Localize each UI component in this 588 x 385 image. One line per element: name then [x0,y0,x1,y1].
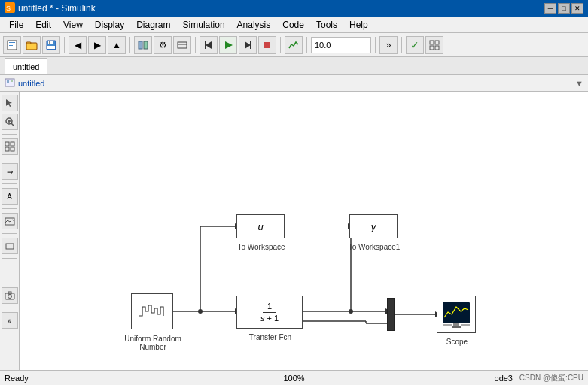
step-forward-button[interactable] [239,36,257,54]
menu-help[interactable]: Help [343,18,374,32]
grid-button[interactable] [425,36,443,54]
breadcrumb-expand[interactable]: ▼ [575,79,583,88]
main-area: ⇒ A » [0,92,588,383]
scope-block[interactable]: Scope [437,296,476,333]
svg-rect-20 [250,41,251,49]
menu-view[interactable]: View [57,18,89,32]
tf-denominator: s + 1 [256,313,283,323]
svg-point-40 [8,295,11,299]
lt-sep-4 [2,208,17,209]
svg-rect-7 [26,42,31,44]
separator-1 [64,37,65,53]
expand-tool[interactable]: » [2,312,18,329]
menubar: File Edit View Display Diagram Simulatio… [0,17,588,33]
lt-sep-5 [2,233,17,234]
svg-rect-14 [178,42,187,48]
to-workspace-y-text: y [371,221,376,232]
sim-time-input[interactable] [311,37,371,53]
separator-6 [375,37,376,53]
svg-rect-33 [5,142,9,146]
menu-display[interactable]: Display [89,18,130,32]
forward-button[interactable]: ▶ [88,36,106,54]
separator-3 [195,37,196,53]
svg-rect-11 [47,46,55,49]
svg-rect-9 [48,41,53,44]
svg-rect-38 [6,244,14,249]
svg-rect-35 [5,147,9,151]
minimize-button[interactable]: ─ [544,3,556,14]
to-workspace-u-block[interactable]: u To Workspace [236,214,285,238]
breadcrumb-path[interactable]: untitled [18,79,44,88]
mux-block[interactable] [387,298,395,331]
svg-rect-5 [9,45,13,46]
diagram-canvas[interactable]: Uniform RandomNumber u To Workspace 1 s … [20,92,588,383]
box-tool[interactable] [2,238,18,254]
menu-tools[interactable]: Tools [310,18,343,32]
new-button[interactable] [3,36,21,54]
breadcrumb-icon [5,77,15,89]
scope-label: Scope [434,338,480,346]
step-back-button[interactable] [200,36,218,54]
back-button[interactable]: ◀ [69,36,87,54]
run-button[interactable] [219,36,237,54]
close-button[interactable]: ✕ [571,3,583,14]
app-icon: S [5,2,15,15]
separator-7 [401,37,402,53]
up-button[interactable]: ▲ [108,36,126,54]
svg-rect-4 [9,44,15,44]
menu-diagram[interactable]: Diagram [130,18,176,32]
text-tool[interactable]: A [2,188,18,205]
svg-rect-3 [9,42,15,43]
svg-rect-27 [7,80,9,83]
stop-button[interactable] [258,36,276,54]
model-settings-button[interactable]: ⚙ [154,36,172,54]
svg-rect-12 [139,41,142,49]
to-workspace-y-block[interactable]: y To Workspace1 [349,214,398,238]
menu-code[interactable]: Code [276,18,310,32]
tabbar: untitled [0,57,588,75]
svg-rect-65 [453,323,459,326]
left-toolbar: ⇒ A » [0,92,20,383]
transfer-fcn-label: Transfer Fcn [240,333,300,341]
check-button[interactable]: ✓ [406,36,424,54]
scope-button[interactable] [285,36,303,54]
transfer-fcn-content: 1 s + 1 [256,301,283,323]
svg-rect-25 [435,46,439,50]
status-solver: ode3 [495,374,513,383]
more-button[interactable]: » [379,36,398,54]
status-watermark: CSDN @傻蛋:CPU [519,373,583,383]
select-tool[interactable] [2,95,18,111]
svg-rect-22 [430,41,434,44]
menu-simulation[interactable]: Simulation [177,18,231,32]
toolbar: ◀ ▶ ▲ ⚙ » ✓ [0,33,588,57]
svg-rect-36 [11,147,14,151]
to-workspace-u-text: u [257,221,263,232]
menu-analysis[interactable]: Analysis [231,18,277,32]
uniform-random-block[interactable]: Uniform RandomNumber [131,293,173,329]
menu-file[interactable]: File [3,18,29,32]
open-dropdown-button[interactable] [23,36,41,54]
camera-tool[interactable] [2,287,18,304]
arrow-tool[interactable]: ⇒ [2,163,18,180]
comment-button[interactable] [173,36,191,54]
maximize-button[interactable]: □ [558,3,570,14]
window-controls: ─ □ ✕ [544,3,583,14]
svg-marker-18 [225,41,233,49]
titlebar: S untitled * - Simulink ─ □ ✕ [0,0,588,17]
library-button[interactable] [134,36,152,54]
menu-edit[interactable]: Edit [29,18,57,32]
svg-rect-23 [435,41,439,44]
svg-rect-21 [264,42,270,48]
separator-5 [306,37,307,53]
fit-view-tool[interactable] [2,138,18,155]
svg-rect-17 [205,41,206,49]
svg-rect-26 [5,79,14,86]
transfer-fcn-block[interactable]: 1 s + 1 Transfer Fcn [236,296,303,329]
separator-2 [129,37,130,53]
save-button[interactable] [42,36,60,54]
tab-untitled[interactable]: untitled [5,58,47,74]
image-tool[interactable] [2,213,18,229]
zoom-in-tool[interactable] [2,114,18,130]
lt-sep-3 [2,183,17,184]
separator-4 [280,37,281,53]
